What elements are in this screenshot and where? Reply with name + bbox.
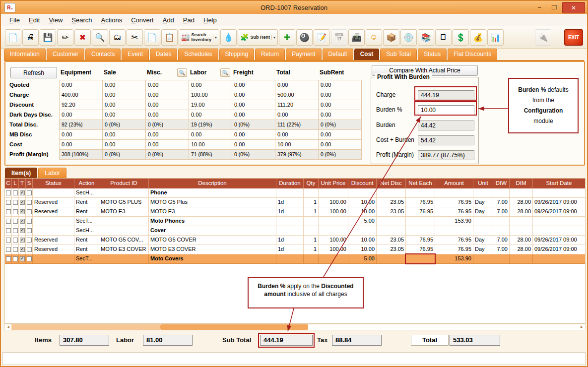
row-checkbox[interactable] — [12, 188, 19, 198]
cell-diw[interactable] — [493, 226, 510, 236]
cell-product-id[interactable] — [99, 226, 149, 236]
row-checkbox[interactable] — [12, 207, 19, 217]
cell-diw[interactable]: 7.00 — [493, 245, 510, 254]
col-header-net-disc[interactable]: Net Disc — [377, 179, 406, 188]
cell-description[interactable]: MOTO E3 COVER — [149, 245, 276, 254]
row-checkbox[interactable]: ✔ — [19, 236, 26, 245]
cell-description[interactable]: MOTO G5 COVER — [149, 236, 276, 245]
cell-discount[interactable]: 5.00 — [348, 254, 377, 264]
row-checkbox[interactable] — [26, 198, 33, 207]
col-header-diw[interactable]: DIW — [493, 179, 510, 188]
close-button[interactable]: ✕ — [562, 2, 585, 13]
scrollbar-track[interactable] — [11, 324, 160, 330]
row-checkbox[interactable]: ✔ — [19, 226, 26, 236]
row-checkbox[interactable] — [26, 245, 33, 254]
cell-net-disc[interactable]: 23.05 — [377, 198, 406, 207]
scroll-left-icon[interactable]: ◄ — [5, 324, 11, 330]
calendar-button[interactable]: 📅 — [331, 29, 347, 46]
edit-note-button[interactable]: 📝 — [314, 29, 330, 46]
cell-description[interactable]: Moto Covers — [149, 254, 276, 264]
row-checkbox[interactable] — [26, 217, 33, 226]
delete-button[interactable]: ✖ — [74, 29, 91, 46]
cell-duration[interactable]: 1d — [276, 236, 304, 245]
cell-action[interactable]: SecH... — [74, 188, 99, 198]
col-header-amount[interactable]: Amount — [435, 179, 473, 188]
col-header-product-id[interactable]: Product ID — [99, 179, 149, 188]
cell-unit[interactable]: Day — [473, 245, 493, 254]
cell-net-disc[interactable]: 23.05 — [377, 207, 406, 217]
cell-discount[interactable]: 10.00 — [348, 236, 377, 245]
cell-net-each[interactable]: 76.95 — [406, 198, 435, 207]
cell-net-each[interactable] — [406, 226, 435, 236]
cell-unit-price[interactable]: 100.00 — [319, 236, 348, 245]
menu-pad[interactable]: Pad — [179, 15, 199, 25]
tab-customer[interactable]: Customer — [47, 49, 84, 60]
cell-status[interactable]: Reserved — [33, 207, 74, 217]
cell-qty[interactable]: 1 — [304, 236, 319, 245]
col-header-dim[interactable]: DIM — [510, 179, 533, 188]
tab-schedules[interactable]: Schedules — [178, 49, 218, 60]
cell-product-id[interactable]: MOTO E3 — [99, 207, 149, 217]
row-checkbox[interactable] — [26, 236, 33, 245]
paste-button[interactable]: 📋 — [161, 29, 178, 46]
cell-unit-price[interactable] — [319, 226, 348, 236]
row-checkbox[interactable] — [5, 236, 12, 245]
cell-duration[interactable] — [276, 226, 304, 236]
tab-sub-total[interactable]: Sub Total — [380, 49, 417, 60]
cell-duration[interactable] — [276, 254, 304, 264]
tab-shipping[interactable]: Shipping — [219, 49, 255, 60]
cell-product-id[interactable] — [99, 254, 149, 264]
cell-net-disc[interactable] — [377, 254, 406, 264]
cell-start-date[interactable] — [533, 188, 586, 198]
cell-status[interactable] — [33, 188, 74, 198]
cell-dim[interactable] — [510, 226, 533, 236]
cell-net-each[interactable] — [406, 217, 435, 226]
search-inventory-button[interactable]: 🏭SearchInventory▾ — [179, 29, 219, 46]
row-checkbox[interactable]: ✔ — [19, 188, 26, 198]
cell-start-date[interactable]: 09/26/2017 09:00 — [533, 207, 586, 217]
cell-unit[interactable] — [473, 226, 493, 236]
row-checkbox[interactable] — [12, 226, 19, 236]
row-checkbox[interactable] — [5, 245, 12, 254]
table-row[interactable]: ✔SecH...Cover — [5, 226, 585, 236]
row-checkbox[interactable] — [26, 188, 33, 198]
cell-qty[interactable] — [304, 217, 319, 226]
new-button[interactable]: 📄 — [5, 29, 21, 46]
cell-diw[interactable]: 7.00 — [493, 236, 510, 245]
cell-net-disc[interactable]: 23.05 — [377, 245, 406, 254]
tab-information[interactable]: Information — [4, 49, 46, 60]
tab-dates[interactable]: Dates — [150, 49, 177, 60]
menu-help[interactable]: Help — [199, 15, 221, 25]
cell-dim[interactable] — [510, 254, 533, 264]
cell-unit[interactable] — [473, 217, 493, 226]
col-header-l[interactable]: L — [12, 179, 19, 188]
cell-status[interactable]: Reserved — [33, 236, 74, 245]
search-icon[interactable]: 🔍 — [177, 68, 187, 77]
tab-return[interactable]: Return — [255, 49, 285, 60]
cell-unit[interactable]: Day — [473, 236, 493, 245]
scrollbar-thumb[interactable] — [160, 324, 308, 330]
cell-action[interactable]: Rent — [74, 245, 99, 254]
cell-qty[interactable]: 1 — [304, 207, 319, 217]
cell-status[interactable] — [33, 226, 74, 236]
row-checkbox[interactable] — [5, 254, 12, 264]
cell-description[interactable]: Cover — [149, 226, 276, 236]
cell-duration[interactable]: 1d — [276, 198, 304, 207]
table-row[interactable]: ✔ReservedRentMOTO G5 COV...MOTO G5 COVER… — [5, 236, 585, 245]
row-checkbox[interactable] — [26, 254, 33, 264]
cell-action[interactable]: Rent — [74, 207, 99, 217]
row-checkbox[interactable] — [26, 226, 33, 236]
row-checkbox[interactable] — [12, 254, 19, 264]
tab-status[interactable]: Status — [418, 49, 447, 60]
cell-amount[interactable]: 76.95 — [435, 198, 473, 207]
menu-actions[interactable]: Actions — [97, 15, 127, 25]
cell-discount[interactable]: 10.00 — [348, 207, 377, 217]
cell-dim[interactable] — [510, 217, 533, 226]
tab-default[interactable]: Default — [323, 49, 353, 60]
maximize-button[interactable]: ❒ — [547, 2, 561, 12]
col-header-qty[interactable]: Qty — [304, 179, 319, 188]
cell-start-date[interactable] — [533, 226, 586, 236]
menu-search[interactable]: Search — [67, 15, 96, 25]
books-stack-button[interactable]: 📚 — [418, 29, 434, 46]
row-checkbox[interactable]: ✔ — [19, 217, 26, 226]
